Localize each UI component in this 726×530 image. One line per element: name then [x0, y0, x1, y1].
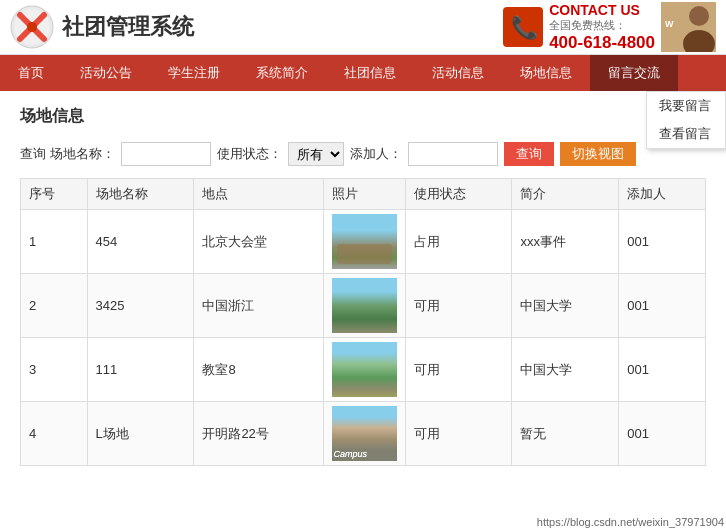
logo-icon	[10, 5, 54, 49]
contact-area: 📞 CONTACT US 全国免费热线： 400-618-4800 W	[503, 2, 716, 53]
cell-name: 3425	[87, 274, 194, 338]
table-header-row: 序号 场地名称 地点 照片 使用状态 简介 添加人	[21, 179, 706, 210]
cell-id: 4	[21, 402, 88, 466]
cell-location: 开明路22号	[194, 402, 323, 466]
contact-number: 400-618-4800	[549, 33, 655, 53]
add-message-item[interactable]: 我要留言	[647, 92, 725, 120]
cell-adder: 001	[619, 402, 706, 466]
cell-location: 中国浙江	[194, 274, 323, 338]
table-row: 3 111 教室8 可用 中国大学 001	[21, 338, 706, 402]
cell-adder: 001	[619, 210, 706, 274]
cell-name: L场地	[87, 402, 194, 466]
nav-message[interactable]: 留言交流	[590, 55, 678, 91]
cell-status: 占用	[405, 210, 512, 274]
table-row: 1 454 北京大会堂 占用 xxx事件 001	[21, 210, 706, 274]
cell-photo: Campus	[323, 402, 405, 466]
col-adder: 添加人	[619, 179, 706, 210]
venue-photo: Campus	[332, 406, 397, 461]
use-status-label: 使用状态：	[217, 145, 282, 163]
venue-photo	[332, 278, 397, 333]
phone-icon: 📞	[503, 7, 543, 47]
venue-name-label: 查询 场地名称：	[20, 145, 115, 163]
col-id: 序号	[21, 179, 88, 210]
cell-name: 454	[87, 210, 194, 274]
header: 社团管理系统 📞 CONTACT US 全国免费热线： 400-618-4800…	[0, 0, 726, 55]
venue-name-input[interactable]	[121, 142, 211, 166]
nav-venue[interactable]: 场地信息	[502, 55, 590, 91]
cell-location: 教室8	[194, 338, 323, 402]
cell-intro: 暂无	[512, 402, 619, 466]
view-message-item[interactable]: 查看留言	[647, 120, 725, 148]
col-intro: 简介	[512, 179, 619, 210]
svg-text:📞: 📞	[511, 14, 539, 41]
svg-point-8	[689, 6, 709, 26]
navigation: 首页 活动公告 学生注册 系统简介 社团信息 活动信息 场地信息 留言交流	[0, 55, 726, 91]
svg-point-4	[27, 22, 37, 32]
use-status-select[interactable]: 所有 可用 占用	[288, 142, 344, 166]
page-title: 场地信息	[20, 106, 706, 127]
cell-status: 可用	[405, 402, 512, 466]
main-content: 场地信息 查询 场地名称： 使用状态： 所有 可用 占用 添加人： 查询 切换视…	[0, 91, 726, 481]
venue-photo	[332, 214, 397, 269]
table-row: 4 L场地 开明路22号 Campus 可用 暂无 001	[21, 402, 706, 466]
col-name: 场地名称	[87, 179, 194, 210]
cell-id: 2	[21, 274, 88, 338]
col-status: 使用状态	[405, 179, 512, 210]
col-photo: 照片	[323, 179, 405, 210]
col-location: 地点	[194, 179, 323, 210]
cell-id: 1	[21, 210, 88, 274]
contact-person-image: W	[661, 2, 716, 52]
contact-free-line: 全国免费热线：	[549, 18, 655, 33]
contact-text: CONTACT US 全国免费热线： 400-618-4800	[549, 2, 655, 53]
add-person-label: 添加人：	[350, 145, 402, 163]
nav-intro[interactable]: 系统简介	[238, 55, 326, 91]
cell-id: 3	[21, 338, 88, 402]
cell-status: 可用	[405, 274, 512, 338]
cell-photo	[323, 274, 405, 338]
svg-text:W: W	[665, 19, 674, 29]
search-bar: 查询 场地名称： 使用状态： 所有 可用 占用 添加人： 查询 切换视图	[20, 142, 706, 166]
cell-status: 可用	[405, 338, 512, 402]
venue-table: 序号 场地名称 地点 照片 使用状态 简介 添加人 1 454 北京大会堂 占用…	[20, 178, 706, 466]
search-button[interactable]: 查询	[504, 142, 554, 166]
cell-adder: 001	[619, 274, 706, 338]
nav-home[interactable]: 首页	[0, 55, 62, 91]
cell-location: 北京大会堂	[194, 210, 323, 274]
cell-intro: 中国大学	[512, 338, 619, 402]
switch-view-button[interactable]: 切换视图	[560, 142, 636, 166]
venue-photo	[332, 342, 397, 397]
message-dropdown: 我要留言 查看留言	[646, 91, 726, 149]
cell-adder: 001	[619, 338, 706, 402]
cell-photo	[323, 210, 405, 274]
cell-intro: xxx事件	[512, 210, 619, 274]
site-title: 社团管理系统	[62, 12, 194, 42]
table-row: 2 3425 中国浙江 可用 中国大学 001	[21, 274, 706, 338]
add-person-input[interactable]	[408, 142, 498, 166]
cell-name: 111	[87, 338, 194, 402]
nav-register[interactable]: 学生注册	[150, 55, 238, 91]
contact-us-label: CONTACT US	[549, 2, 655, 18]
nav-notice[interactable]: 活动公告	[62, 55, 150, 91]
cell-intro: 中国大学	[512, 274, 619, 338]
nav-activity[interactable]: 活动信息	[414, 55, 502, 91]
cell-photo	[323, 338, 405, 402]
nav-wrapper: 首页 活动公告 学生注册 系统简介 社团信息 活动信息 场地信息 留言交流 我要…	[0, 55, 726, 91]
nav-club[interactable]: 社团信息	[326, 55, 414, 91]
logo-area: 社团管理系统	[10, 5, 503, 49]
